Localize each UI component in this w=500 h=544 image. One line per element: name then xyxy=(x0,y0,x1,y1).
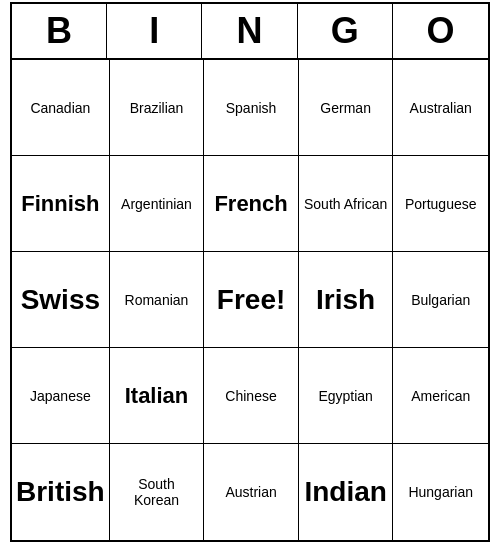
bingo-grid: CanadianBrazilianSpanishGermanAustralian… xyxy=(12,60,488,540)
bingo-cell: German xyxy=(299,60,394,156)
bingo-cell: British xyxy=(12,444,110,540)
bingo-cell: Chinese xyxy=(204,348,299,444)
bingo-cell: Canadian xyxy=(12,60,110,156)
bingo-cell: Bulgarian xyxy=(393,252,488,348)
bingo-cell: Brazilian xyxy=(110,60,205,156)
bingo-cell: South Korean xyxy=(110,444,205,540)
bingo-cell: Romanian xyxy=(110,252,205,348)
header-letter: G xyxy=(298,4,393,58)
header-letter: I xyxy=(107,4,202,58)
bingo-cell: Irish xyxy=(299,252,394,348)
bingo-cell: American xyxy=(393,348,488,444)
header-letter: O xyxy=(393,4,488,58)
header-letter: N xyxy=(202,4,297,58)
bingo-cell: Spanish xyxy=(204,60,299,156)
bingo-cell: Swiss xyxy=(12,252,110,348)
bingo-cell: Portuguese xyxy=(393,156,488,252)
bingo-cell: Australian xyxy=(393,60,488,156)
bingo-cell: Hungarian xyxy=(393,444,488,540)
bingo-cell: Indian xyxy=(299,444,394,540)
bingo-cell: Argentinian xyxy=(110,156,205,252)
bingo-cell: South African xyxy=(299,156,394,252)
bingo-cell: Egyptian xyxy=(299,348,394,444)
bingo-header: BINGO xyxy=(12,4,488,60)
bingo-cell: Free! xyxy=(204,252,299,348)
header-letter: B xyxy=(12,4,107,58)
bingo-card: BINGO CanadianBrazilianSpanishGermanAust… xyxy=(10,2,490,542)
bingo-cell: French xyxy=(204,156,299,252)
bingo-cell: Italian xyxy=(110,348,205,444)
bingo-cell: Japanese xyxy=(12,348,110,444)
bingo-cell: Austrian xyxy=(204,444,299,540)
bingo-cell: Finnish xyxy=(12,156,110,252)
